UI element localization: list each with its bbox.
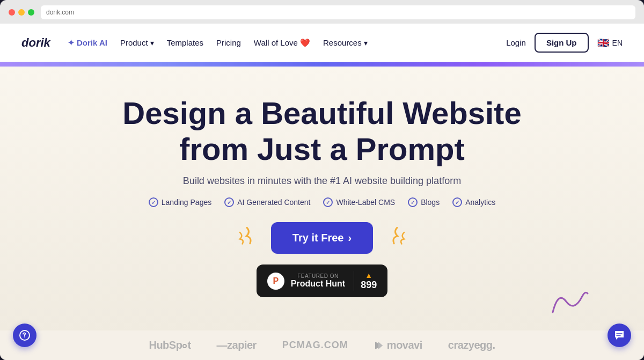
brand-hubspot: HubSpt xyxy=(149,339,191,351)
product-hunt-badge[interactable]: P FEATURED ON Product Hunt ▲ 899 xyxy=(257,265,387,297)
product-hunt-logo: P xyxy=(267,273,284,290)
page-content: dorik ✦ Dorik AI Product ▾ Templates Pri… xyxy=(0,24,644,360)
check-icon: ✓ xyxy=(323,197,333,207)
hero-title-line1: Design a Beautiful Website xyxy=(122,95,521,130)
feature-label: AI Generated Content xyxy=(237,198,310,207)
check-icon: ✓ xyxy=(408,197,418,207)
feature-ai-content: ✓ AI Generated Content xyxy=(224,197,310,207)
logo-text: dorik xyxy=(21,36,50,50)
features-list: ✓ Landing Pages ✓ AI Generated Content ✓… xyxy=(149,197,495,207)
brand-pcmag: PCMAG.COM xyxy=(282,340,348,351)
logo[interactable]: dorik xyxy=(21,36,50,50)
deco-squiggle xyxy=(547,285,590,320)
help-button[interactable] xyxy=(13,324,36,347)
brand-zapier: —zapier xyxy=(217,339,257,351)
nav-right: Login Sign Up 🇬🇧 EN xyxy=(506,33,623,53)
check-icon: ✓ xyxy=(224,197,234,207)
hero-section: Design a Beautiful Website from Just a P… xyxy=(0,62,644,330)
nav-dorik-ai[interactable]: ✦ Dorik AI xyxy=(68,38,107,48)
spark-left-icon xyxy=(231,223,263,254)
nav-wall-of-love[interactable]: Wall of Love ❤️ xyxy=(254,38,310,48)
feature-label: Blogs xyxy=(421,198,440,207)
hero-title-line2: from Just a Prompt xyxy=(179,131,465,166)
nav-product[interactable]: Product ▾ xyxy=(120,38,154,47)
product-hunt-text: FEATURED ON Product Hunt xyxy=(291,273,345,289)
brand-movavi: movavi xyxy=(374,339,422,351)
language-selector[interactable]: 🇬🇧 EN xyxy=(597,37,623,49)
fullscreen-button[interactable] xyxy=(28,9,34,16)
wall-of-love-label: Wall of Love ❤️ xyxy=(254,38,310,48)
product-hunt-name: Product Hunt xyxy=(291,279,345,289)
feature-landing-pages: ✓ Landing Pages xyxy=(149,197,211,207)
try-free-button[interactable]: Try it Free › xyxy=(271,222,373,254)
login-button[interactable]: Login xyxy=(506,38,526,47)
url-text: dorik.com xyxy=(46,9,74,16)
traffic-lights xyxy=(9,9,34,16)
product-hunt-score: ▲ 899 xyxy=(354,271,377,291)
upvote-icon: ▲ xyxy=(365,271,372,280)
close-button[interactable] xyxy=(9,9,15,16)
check-icon: ✓ xyxy=(452,197,462,207)
nav-templates[interactable]: Templates xyxy=(167,38,203,47)
pricing-label: Pricing xyxy=(216,38,241,47)
flag-icon: 🇬🇧 xyxy=(597,37,609,49)
brands-row: HubSpt —zapier PCMAG.COM movavi crazyegg… xyxy=(0,330,644,360)
minimize-button[interactable] xyxy=(18,9,25,16)
browser-window: dorik.com dorik ✦ Dorik AI Product ▾ xyxy=(0,0,644,360)
nav-pricing[interactable]: Pricing xyxy=(216,38,241,47)
chat-button[interactable] xyxy=(608,324,631,347)
hero-subtitle: Build websites in minutes with the #1 AI… xyxy=(183,175,461,187)
signup-button[interactable]: Sign Up xyxy=(535,33,589,53)
svg-point-3 xyxy=(24,336,25,337)
feature-label: Landing Pages xyxy=(162,198,211,207)
cta-arrow-icon: › xyxy=(348,232,352,244)
cta-section: Try it Free › xyxy=(233,222,411,254)
navbar: dorik ✦ Dorik AI Product ▾ Templates Pri… xyxy=(0,24,644,62)
cta-button-label: Try it Free xyxy=(292,232,344,244)
hero-title: Design a Beautiful Website from Just a P… xyxy=(122,95,521,167)
browser-chrome: dorik.com xyxy=(0,0,644,24)
product-hunt-featured-label: FEATURED ON xyxy=(291,273,345,279)
feature-label: Analytics xyxy=(465,198,495,207)
feature-analytics: ✓ Analytics xyxy=(452,197,495,207)
address-bar[interactable]: dorik.com xyxy=(41,5,635,19)
nav-left: dorik ✦ Dorik AI Product ▾ Templates Pri… xyxy=(21,36,368,50)
feature-blogs: ✓ Blogs xyxy=(408,197,440,207)
templates-label: Templates xyxy=(167,38,203,47)
lang-code: EN xyxy=(612,39,623,47)
spark-right-icon xyxy=(381,223,413,254)
nav-resources[interactable]: Resources ▾ xyxy=(323,38,368,47)
resources-chevron-icon: ▾ xyxy=(364,39,368,47)
vote-count: 899 xyxy=(361,280,377,291)
resources-label: Resources xyxy=(323,38,362,47)
ai-label: ✦ Dorik AI xyxy=(68,38,107,48)
feature-label: White-Label CMS xyxy=(336,198,395,207)
feature-white-label: ✓ White-Label CMS xyxy=(323,197,395,207)
svg-marker-1 xyxy=(378,342,383,349)
product-label: Product xyxy=(120,38,148,47)
nav-links: ✦ Dorik AI Product ▾ Templates Pricing W… xyxy=(68,38,368,48)
check-icon: ✓ xyxy=(149,197,158,207)
product-chevron-icon: ▾ xyxy=(150,39,154,47)
brand-crazyegg: crazyegg. xyxy=(448,339,495,351)
